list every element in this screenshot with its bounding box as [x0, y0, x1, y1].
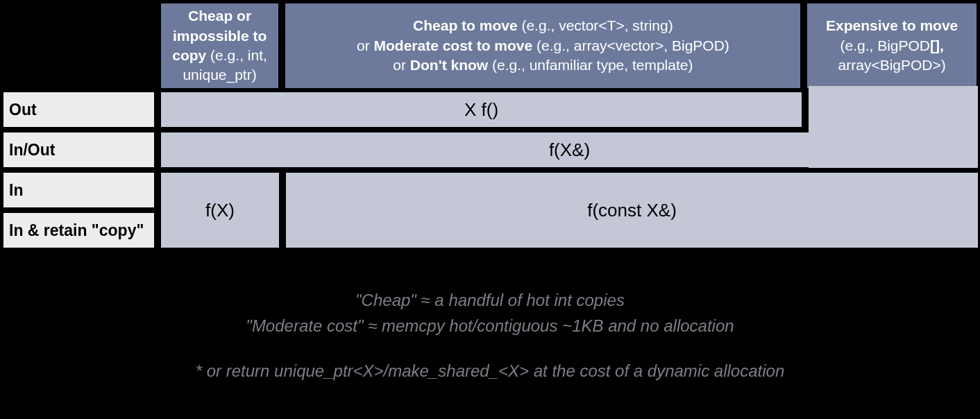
param-passing-table: Cheap or impossible to copy (e.g., int, … — [3, 3, 977, 250]
txt: impossible to — [173, 28, 267, 44]
footer-line3: * or return unique_ptr<X>/make_shared_<X… — [0, 358, 980, 384]
txt: (e.g., int, — [206, 47, 267, 63]
row-label-inout: In/Out — [3, 132, 154, 167]
cell-in-col1: f(X) — [161, 173, 279, 248]
txt: Don't know — [410, 57, 488, 73]
header-row: Cheap or impossible to copy (e.g., int, … — [3, 3, 977, 88]
header-col2: Cheap to move (e.g., vector<T>, string) … — [285, 3, 800, 88]
cell-in-col23: f(const X&) — [286, 173, 978, 248]
footer-line1: "Cheap" ≈ a handful of hot int copies — [0, 287, 980, 313]
row-label-in: In — [3, 173, 154, 207]
txt: (e.g., unfamiliar type, template) — [488, 57, 693, 73]
table-body: Out In/Out In In & retain "copy" X f() f… — [3, 88, 977, 250]
txt: copy — [172, 47, 206, 63]
txt: unique_ptr) — [183, 67, 256, 83]
cell-out: X f() — [161, 92, 802, 127]
header-col3: Expensive to move (e.g., BigPOD[], array… — [807, 3, 977, 88]
txt: array<BigPOD>) — [838, 57, 946, 73]
txt: or — [393, 57, 410, 73]
row-label-in-retain: In & retain "copy" — [3, 213, 154, 248]
txt: (e.g., BigPOD — [840, 37, 930, 53]
footer-notes: "Cheap" ≈ a handful of hot int copies "M… — [0, 287, 980, 384]
cell-inout: f(X&) — [161, 132, 978, 167]
txt: Expensive to move — [826, 17, 958, 33]
header-blank — [3, 3, 154, 88]
txt: Moderate cost to move — [373, 37, 532, 53]
footer-line2: "Moderate cost" ≈ memcpy hot/contiguous … — [0, 313, 980, 339]
row-labels: Out In/Out In In & retain "copy" — [3, 92, 154, 248]
header-col1: Cheap or impossible to copy (e.g., int, … — [161, 3, 279, 88]
txt: (e.g., array<vector>, BigPOD) — [532, 37, 729, 53]
txt: Cheap to move — [413, 17, 518, 33]
txt: or — [357, 37, 374, 53]
txt: Cheap or — [188, 8, 251, 24]
row-label-out: Out — [3, 92, 154, 127]
txt: [], — [930, 37, 944, 53]
txt: (e.g., vector<T>, string) — [518, 17, 673, 33]
